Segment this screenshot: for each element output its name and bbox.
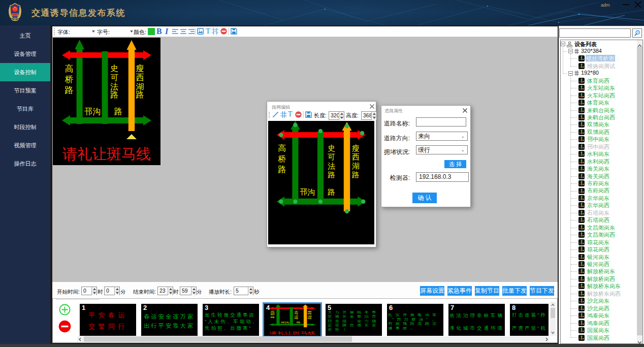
svg-text:路: 路 — [278, 165, 286, 174]
svg-text:邗沟: 邗沟 — [300, 187, 315, 196]
svg-text:高: 高 — [270, 310, 275, 312]
svg-text:路: 路 — [328, 187, 335, 196]
svg-text:史: 史 — [110, 64, 118, 73]
svg-text:邗沟: 邗沟 — [280, 321, 289, 324]
svg-text:可: 可 — [328, 152, 335, 161]
svg-text:路: 路 — [65, 85, 74, 95]
svg-text:可: 可 — [110, 73, 118, 82]
svg-text:路: 路 — [136, 90, 144, 99]
svg-text:邗沟: 邗沟 — [84, 107, 101, 116]
svg-text:史: 史 — [294, 310, 299, 313]
svg-text:路: 路 — [328, 170, 335, 179]
svg-text:湖: 湖 — [136, 82, 144, 91]
svg-text:西: 西 — [307, 312, 312, 315]
svg-text:西: 西 — [352, 152, 360, 161]
svg-text:高: 高 — [65, 64, 74, 74]
svg-text:湖: 湖 — [352, 162, 360, 170]
svg-text:史: 史 — [328, 144, 335, 152]
svg-text:可: 可 — [294, 312, 299, 314]
svg-text:瘦: 瘦 — [136, 64, 144, 73]
svg-text:路: 路 — [308, 317, 312, 319]
svg-text:路: 路 — [294, 317, 299, 319]
svg-text:法: 法 — [328, 162, 335, 170]
svg-text:路: 路 — [296, 321, 301, 323]
svg-text:湖: 湖 — [308, 315, 312, 317]
svg-text:请礼让斑马线: 请礼让斑马线 — [62, 146, 151, 162]
svg-text:桥: 桥 — [278, 154, 286, 163]
svg-text:桥: 桥 — [65, 75, 74, 84]
svg-text:路: 路 — [114, 107, 122, 116]
svg-text:路: 路 — [270, 316, 275, 319]
svg-text:桥: 桥 — [270, 313, 275, 316]
svg-text:高: 高 — [278, 144, 286, 152]
svg-text:瘦: 瘦 — [308, 310, 312, 313]
svg-text:瘦: 瘦 — [352, 144, 360, 152]
svg-text:路: 路 — [110, 90, 118, 99]
svg-text:请礼让斑马线: 请礼让斑马线 — [269, 331, 315, 335]
svg-text:西: 西 — [136, 73, 144, 82]
svg-text:法: 法 — [110, 82, 118, 91]
svg-text:路: 路 — [352, 170, 360, 179]
